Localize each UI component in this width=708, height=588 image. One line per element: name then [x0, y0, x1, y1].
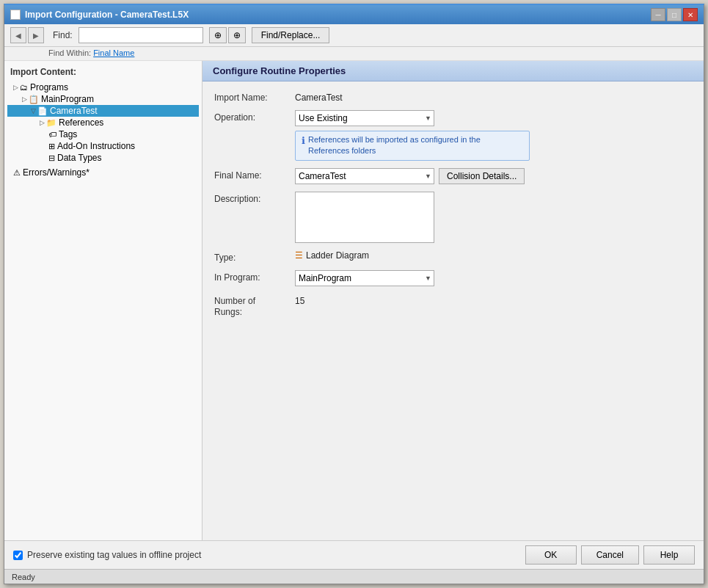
window-title: Import Configuration - CameraTest.L5X — [25, 10, 189, 20]
import-name-row: Import Name: CameraTest — [214, 90, 692, 103]
tree-item-cameratest[interactable]: ▽ 📄 CameraTest — [7, 105, 199, 117]
info-text: References will be imported as configure… — [308, 134, 523, 157]
title-bar: Import Configuration - CameraTest.L5X ─ … — [4, 5, 704, 24]
description-label: Description: — [214, 192, 295, 204]
programs-label: Programs — [30, 82, 68, 92]
in-program-select[interactable]: MainProgram — [295, 270, 434, 286]
errors-icon: ⚠ — [13, 168, 21, 178]
find-label: Find: — [53, 30, 73, 40]
main-area: Import Content: ▷ 🗂 Programs ▷ 📋 MainPro… — [4, 61, 704, 540]
status-bar: Ready — [4, 569, 704, 584]
rungs-value: 15 — [295, 294, 304, 306]
import-name-value: CameraTest — [295, 90, 343, 103]
find-input[interactable] — [79, 27, 203, 43]
in-program-row: In Program: MainProgram ▼ — [214, 270, 692, 286]
left-panel: Import Content: ▷ 🗂 Programs ▷ 📋 MainPro… — [4, 61, 202, 540]
datatypes-label: Data Types — [57, 153, 101, 163]
operation-container: Use Existing Create Overwrite ▼ ℹ Refere… — [295, 110, 530, 161]
addon-label: Add-On Instructions — [57, 141, 135, 151]
collision-details-button[interactable]: Collision Details... — [439, 168, 525, 184]
cameratest-label: CameraTest — [50, 106, 98, 116]
references-label: References — [59, 117, 103, 128]
operation-select[interactable]: Use Existing Create Overwrite — [295, 110, 434, 126]
tags-icon: 🏷 — [48, 130, 56, 139]
nav-buttons: ◀ ▶ — [10, 27, 44, 43]
toolbar-icons: ⊕ ⊕ — [209, 27, 246, 43]
tree-item-errors[interactable]: ⚠ Errors/Warnings* — [7, 167, 199, 178]
in-program-label: In Program: — [214, 270, 295, 283]
tree-item-references[interactable]: ▷ 📁 References — [7, 117, 199, 128]
programs-icon: 🗂 — [20, 83, 28, 92]
bottom-bar: Preserve existing tag values in offline … — [4, 540, 704, 569]
tree-item-tags[interactable]: 🏷 Tags — [7, 128, 199, 140]
find-within-prefix: Find Within: — [48, 48, 91, 57]
help-button[interactable]: Help — [643, 545, 695, 565]
minimize-button[interactable]: ─ — [651, 8, 665, 21]
preserve-label[interactable]: Preserve existing tag values in offline … — [27, 550, 201, 560]
forward-button[interactable]: ▶ — [28, 27, 44, 43]
type-value: Ladder Diagram — [306, 250, 369, 261]
in-program-select-wrapper: MainProgram ▼ — [295, 270, 434, 286]
tree-item-mainprogram[interactable]: ▷ 📋 MainProgram — [7, 93, 199, 105]
tree-item-datatypes[interactable]: ⊟ Data Types — [7, 152, 199, 164]
bottom-buttons: OK Cancel Help — [525, 545, 695, 565]
find-prev-icon[interactable]: ⊕ — [209, 27, 227, 43]
ok-button[interactable]: OK — [525, 545, 577, 565]
toolbar: ◀ ▶ Find: ⊕ ⊕ Find/Replace... — [4, 24, 704, 47]
mainprogram-label: MainProgram — [41, 94, 94, 104]
ladder-icon: ☰ — [295, 250, 303, 261]
type-value-container: ☰ Ladder Diagram — [295, 250, 369, 261]
final-name-label: Final Name: — [214, 168, 295, 181]
final-name-row: Final Name: CameraTest ▼ Collision Detai… — [214, 168, 692, 184]
type-row: Type: ☰ Ladder Diagram — [214, 250, 692, 263]
find-replace-button[interactable]: Find/Replace... — [252, 27, 330, 43]
expand-programs-icon: ▷ — [13, 84, 18, 91]
references-icon: 📁 — [46, 118, 56, 128]
type-label: Type: — [214, 250, 295, 263]
final-name-select-wrapper: CameraTest ▼ — [295, 168, 434, 184]
info-icon: ℹ — [302, 135, 305, 146]
import-content-label: Import Content: — [7, 67, 199, 77]
form-area: Import Name: CameraTest Operation: Use E… — [202, 81, 704, 540]
expand-references-icon: ▷ — [40, 119, 45, 126]
maximize-button[interactable]: □ — [667, 8, 682, 21]
mainprogram-icon: 📋 — [29, 95, 39, 104]
find-next-icon[interactable]: ⊕ — [228, 27, 246, 43]
operation-select-wrapper: Use Existing Create Overwrite ▼ — [295, 110, 434, 126]
errors-label: Errors/Warnings* — [23, 167, 90, 178]
datatypes-icon: ⊟ — [48, 153, 55, 163]
window-icon — [10, 10, 21, 20]
find-within-bar: Find Within: Final Name — [4, 47, 704, 61]
back-button[interactable]: ◀ — [10, 27, 26, 43]
preserve-checkbox[interactable] — [13, 551, 23, 560]
preserve-checkbox-container: Preserve existing tag values in offline … — [13, 550, 525, 560]
description-textarea[interactable] — [295, 192, 434, 243]
cameratest-icon: 📄 — [37, 106, 48, 116]
description-row: Description: — [214, 192, 692, 243]
import-name-label: Import Name: — [214, 90, 295, 103]
operation-row: Operation: Use Existing Create Overwrite… — [214, 110, 692, 161]
panel-header: Configure Routine Properties — [202, 61, 704, 81]
title-bar-left: Import Configuration - CameraTest.L5X — [10, 10, 189, 20]
right-panel: Configure Routine Properties Import Name… — [202, 61, 704, 540]
operation-label: Operation: — [214, 110, 295, 123]
tags-label: Tags — [59, 129, 77, 139]
rungs-label: Number ofRungs: — [214, 294, 295, 319]
cancel-button[interactable]: Cancel — [581, 545, 639, 565]
main-window: Import Configuration - CameraTest.L5X ─ … — [4, 4, 704, 584]
close-button[interactable]: ✕ — [683, 8, 698, 21]
rungs-row: Number ofRungs: 15 — [214, 294, 692, 319]
final-name-select[interactable]: CameraTest — [295, 168, 434, 184]
addon-icon: ⊞ — [48, 142, 55, 151]
expand-cameratest-icon: ▽ — [31, 107, 36, 115]
info-box: ℹ References will be imported as configu… — [295, 131, 530, 161]
find-within-link[interactable]: Final Name — [93, 48, 134, 57]
expand-mainprogram-icon: ▷ — [22, 95, 27, 103]
tree-item-addon[interactable]: ⊞ Add-On Instructions — [7, 140, 199, 152]
tree-item-programs[interactable]: ▷ 🗂 Programs — [7, 81, 199, 93]
final-name-container: CameraTest ▼ Collision Details... — [295, 168, 525, 184]
status-text: Ready — [12, 573, 35, 581]
title-controls: ─ □ ✕ — [651, 8, 698, 21]
